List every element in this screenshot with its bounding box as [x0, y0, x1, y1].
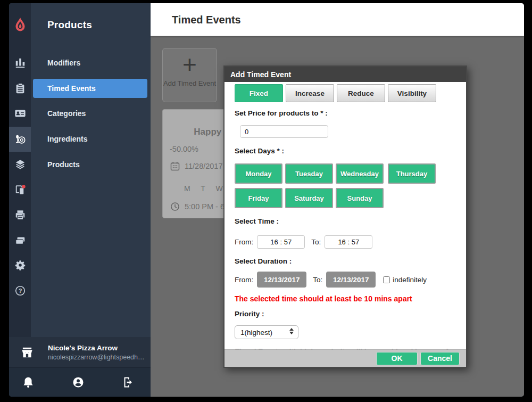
- duration-from-label: From:: [235, 276, 253, 284]
- day-button-sunday[interactable]: Sunday: [336, 188, 384, 208]
- sidebar-item-products[interactable]: Products: [33, 155, 147, 174]
- duration-from-button[interactable]: 12/13/2017: [257, 272, 306, 288]
- plus-icon: +: [163, 48, 217, 80]
- priority-select[interactable]: 1(highest): [235, 325, 298, 339]
- time-to-label: To:: [311, 238, 321, 246]
- day-button-friday[interactable]: Friday: [235, 188, 282, 208]
- modal-footer: OK Cancel: [225, 349, 466, 367]
- printer-icon[interactable]: [9, 203, 31, 227]
- inventory-layers-icon[interactable]: [9, 153, 31, 176]
- devices-icon[interactable]: [9, 178, 31, 201]
- add-timed-event-card[interactable]: + Add Timed Event: [162, 48, 217, 102]
- svg-text:?: ?: [18, 288, 22, 294]
- modal-title: Add Timed Event: [230, 70, 291, 79]
- priority-label: Priority :: [235, 310, 456, 318]
- sidebar: ? Products Modifiers Timed Events Catego…: [9, 3, 151, 397]
- day-button-tuesday[interactable]: Tuesday: [285, 163, 333, 184]
- price-label: Set Price for products to * :: [235, 109, 456, 117]
- sidebar-item-categories[interactable]: Categories: [33, 104, 147, 123]
- select-stepper-icon: [289, 328, 294, 334]
- duration-to-button[interactable]: 12/13/2017: [326, 272, 376, 288]
- tab-increase[interactable]: Increase: [286, 84, 334, 102]
- day-button-saturday[interactable]: Saturday: [285, 188, 333, 208]
- add-timed-event-modal: Add Timed Event Fixed Increase Reduce Vi…: [223, 65, 467, 368]
- day-button-thursday[interactable]: Thursday: [388, 163, 436, 184]
- time-label: Select Time :: [235, 217, 456, 225]
- tab-reduce[interactable]: Reduce: [337, 84, 385, 102]
- settings-gear-icon[interactable]: [9, 253, 31, 277]
- account-email: nicolespizzarrow@lightspeedh…: [48, 354, 145, 361]
- page-header: Timed Events: [151, 3, 524, 36]
- days-label: Select Days * :: [235, 147, 456, 155]
- time-from-input[interactable]: [257, 235, 305, 249]
- modal-body: Fixed Increase Reduce Visibility Set Pri…: [225, 82, 466, 367]
- customers-icon[interactable]: [9, 102, 31, 125]
- event-date: 11/28/2017: [185, 162, 223, 170]
- tab-visibility[interactable]: Visibility: [388, 84, 436, 102]
- page-title: Timed Events: [172, 14, 241, 26]
- account-icon[interactable]: [72, 376, 85, 389]
- day-button-monday[interactable]: Monday: [235, 163, 282, 184]
- price-input[interactable]: [240, 125, 328, 138]
- lightspeed-logo-icon[interactable]: [9, 17, 31, 33]
- register-icon[interactable]: [9, 77, 31, 100]
- indefinitely-label: indefinitely: [393, 276, 427, 284]
- time-to-input[interactable]: [325, 235, 372, 249]
- sidebar-section-title: Products: [47, 19, 92, 31]
- duration-label: Select Duration :: [235, 257, 456, 265]
- price-mode-tabs: Fixed Increase Reduce Visibility: [235, 84, 456, 102]
- priority-value: 1(highest): [240, 329, 272, 337]
- sidebar-item-ingredients[interactable]: Ingredients: [33, 129, 147, 149]
- duration-to-label: To:: [313, 276, 322, 284]
- time-from-label: From:: [235, 238, 253, 246]
- icon-rail: ?: [9, 3, 31, 337]
- sidebar-bottom-bar: [9, 367, 151, 397]
- app-window: ? Products Modifiers Timed Events Catego…: [9, 3, 524, 397]
- nav-panel: Products Modifiers Timed Events Categori…: [31, 3, 151, 337]
- cards-icon[interactable]: [9, 228, 31, 252]
- ok-button[interactable]: OK: [376, 352, 418, 365]
- sidebar-item-timed-events[interactable]: Timed Events: [33, 79, 147, 98]
- cancel-button[interactable]: Cancel: [420, 352, 460, 365]
- calendar-icon: [170, 161, 180, 171]
- add-card-label: Add Timed Event: [163, 79, 217, 87]
- help-icon[interactable]: ?: [9, 279, 31, 302]
- tab-fixed[interactable]: Fixed: [235, 84, 283, 102]
- restaurant-icon[interactable]: [9, 127, 31, 152]
- account-summary[interactable]: Nicole's Pizza Arrow nicolespizzarrow@li…: [9, 337, 151, 367]
- clock-icon: [170, 201, 180, 212]
- sidebar-item-modifiers[interactable]: Modifiers: [33, 53, 147, 72]
- logout-icon[interactable]: [122, 376, 135, 389]
- account-name: Nicole's Pizza Arrow: [48, 344, 145, 352]
- indefinitely-checkbox[interactable]: [383, 276, 390, 283]
- notifications-bell-icon[interactable]: [22, 376, 35, 389]
- modal-header[interactable]: Add Timed Event: [225, 67, 466, 82]
- time-error-message: The selected time should at least be 10 …: [235, 294, 456, 303]
- store-icon: [20, 346, 34, 359]
- reports-icon[interactable]: [9, 51, 31, 75]
- day-button-wednesday[interactable]: Wednesday: [336, 163, 384, 184]
